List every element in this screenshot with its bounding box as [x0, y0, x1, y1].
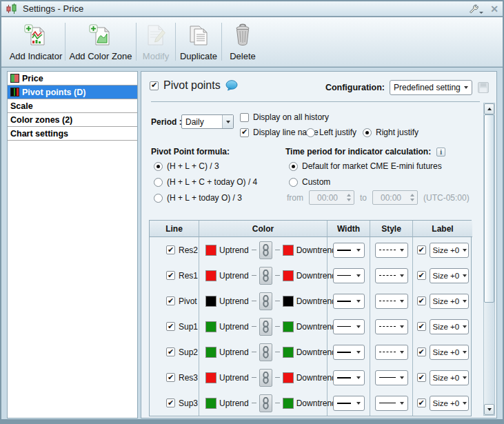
width-select[interactable] [333, 268, 365, 283]
width-select[interactable] [333, 294, 365, 309]
formula-option-2[interactable]: (H + L + C + today O) / 4 [154, 177, 257, 187]
link-colors-button[interactable] [259, 267, 272, 285]
style-select[interactable] [375, 370, 408, 385]
link-colors-button[interactable] [259, 318, 272, 336]
scrollbar-up-button[interactable] [484, 103, 494, 114]
downtrend-color-swatch[interactable] [283, 347, 294, 358]
sidebar-item-price[interactable]: Price [8, 72, 137, 85]
info-icon[interactable]: i [436, 148, 445, 157]
style-select[interactable] [375, 319, 408, 334]
label-checkbox[interactable] [417, 347, 426, 356]
downtrend-color-swatch[interactable] [283, 321, 294, 332]
link-colors-button[interactable] [259, 292, 272, 310]
label-size-select[interactable]: Size +0 [430, 396, 469, 411]
downtrend-color-swatch[interactable] [283, 245, 294, 256]
scrollbar-down-button[interactable] [484, 404, 494, 415]
label-checkbox[interactable] [417, 398, 426, 407]
sidebar-item-scale[interactable]: Scale [8, 99, 137, 113]
uptrend-color-swatch[interactable] [205, 398, 216, 409]
label-size-select[interactable]: Size +0 [430, 268, 469, 283]
line-checkbox[interactable] [166, 373, 175, 382]
line-checkbox[interactable] [166, 347, 175, 356]
uptrend-color-swatch[interactable] [205, 347, 216, 358]
tools-menu-button[interactable] [468, 3, 483, 14]
left-justify-option[interactable]: Left justify [306, 128, 356, 137]
label-size-select[interactable]: Size +0 [430, 294, 469, 309]
save-configuration-icon[interactable] [477, 81, 490, 94]
time-period-custom-option[interactable]: Custom [289, 177, 330, 187]
style-select[interactable] [375, 294, 408, 309]
from-time-input[interactable]: 00:00 [309, 190, 354, 205]
width-select[interactable] [333, 319, 365, 334]
duplicate-button[interactable]: Duplicate [176, 17, 221, 66]
label-size-select[interactable]: Size +0 [430, 370, 469, 385]
display-line-name-checkbox[interactable] [240, 128, 249, 137]
link-colors-button[interactable] [259, 343, 272, 361]
configuration-select[interactable]: Predefined settings [390, 80, 472, 95]
formula-radio-3[interactable] [154, 194, 163, 203]
time-period-default-radio[interactable] [289, 162, 298, 171]
width-select[interactable] [333, 396, 365, 411]
line-checkbox[interactable] [166, 245, 175, 254]
label-checkbox[interactable] [417, 296, 426, 305]
scrollbar-thumb[interactable] [484, 114, 494, 303]
to-time-input[interactable]: 00:00 [372, 190, 418, 205]
spinner-up-icon[interactable] [410, 194, 414, 196]
formula-radio-2[interactable] [154, 178, 163, 187]
width-select[interactable] [333, 243, 365, 258]
help-bubble-icon[interactable] [225, 80, 238, 91]
label-checkbox[interactable] [417, 245, 426, 254]
downtrend-color-swatch[interactable] [283, 296, 294, 307]
add-color-zone-button[interactable]: Add Color Zone [65, 17, 136, 66]
label-size-select[interactable]: Size +0 [430, 319, 469, 334]
uptrend-color-swatch[interactable] [205, 270, 216, 281]
width-select[interactable] [333, 370, 365, 385]
width-select[interactable] [333, 345, 365, 360]
display-all-history-checkbox[interactable] [240, 113, 249, 122]
downtrend-color-swatch[interactable] [283, 270, 294, 281]
label-checkbox[interactable] [417, 271, 426, 280]
uptrend-color-swatch[interactable] [205, 321, 216, 332]
close-icon[interactable]: ✕ [490, 4, 498, 14]
link-colors-button[interactable] [259, 241, 272, 259]
display-all-history-option[interactable]: Display on all history [240, 112, 329, 122]
link-colors-button[interactable] [259, 394, 272, 412]
uptrend-color-swatch[interactable] [205, 245, 216, 256]
label-checkbox[interactable] [417, 322, 426, 331]
style-select[interactable] [375, 268, 408, 283]
time-period-default-option[interactable]: Default for market CME E-mini futures [289, 161, 442, 171]
delete-button[interactable]: Delete [222, 17, 263, 66]
label-size-select[interactable]: Size +0 [430, 243, 469, 258]
formula-option-1[interactable]: (H + L + C) / 3 [154, 161, 219, 171]
line-checkbox[interactable] [166, 296, 175, 305]
sidebar-item-color-zones[interactable]: Color zones (2) [8, 113, 137, 127]
line-checkbox[interactable] [166, 271, 175, 280]
pivot-points-enable-checkbox[interactable] [150, 81, 159, 90]
link-colors-button[interactable] [259, 369, 272, 387]
spinner-down-icon[interactable] [410, 199, 414, 201]
downtrend-color-swatch[interactable] [283, 372, 294, 383]
style-select[interactable] [375, 345, 408, 360]
sidebar-item-chart-settings[interactable]: Chart settings [8, 127, 137, 141]
label-checkbox[interactable] [417, 373, 426, 382]
label-size-select[interactable]: Size +0 [430, 345, 469, 360]
right-justify-option[interactable]: Right justify [363, 128, 419, 137]
style-select[interactable] [375, 396, 408, 411]
sidebar-item-pivot-points[interactable]: Pivot points (D) [8, 85, 137, 99]
formula-option-3[interactable]: (H + L + today O) / 3 [154, 193, 242, 203]
left-justify-radio[interactable] [306, 128, 315, 137]
uptrend-color-swatch[interactable] [205, 372, 216, 383]
uptrend-color-swatch[interactable] [205, 296, 216, 307]
period-select[interactable]: Daily [181, 114, 234, 129]
time-period-custom-radio[interactable] [289, 178, 298, 187]
modify-button[interactable]: Modify [137, 17, 175, 66]
style-select[interactable] [375, 243, 408, 258]
spinner-down-icon[interactable] [347, 199, 351, 201]
downtrend-color-swatch[interactable] [283, 398, 294, 409]
spinner-up-icon[interactable] [347, 194, 351, 196]
right-justify-radio[interactable] [363, 128, 372, 137]
line-checkbox[interactable] [166, 322, 175, 331]
line-checkbox[interactable] [166, 398, 175, 407]
add-indicator-button[interactable]: Add Indicator [7, 17, 65, 66]
formula-radio-1[interactable] [154, 162, 163, 171]
